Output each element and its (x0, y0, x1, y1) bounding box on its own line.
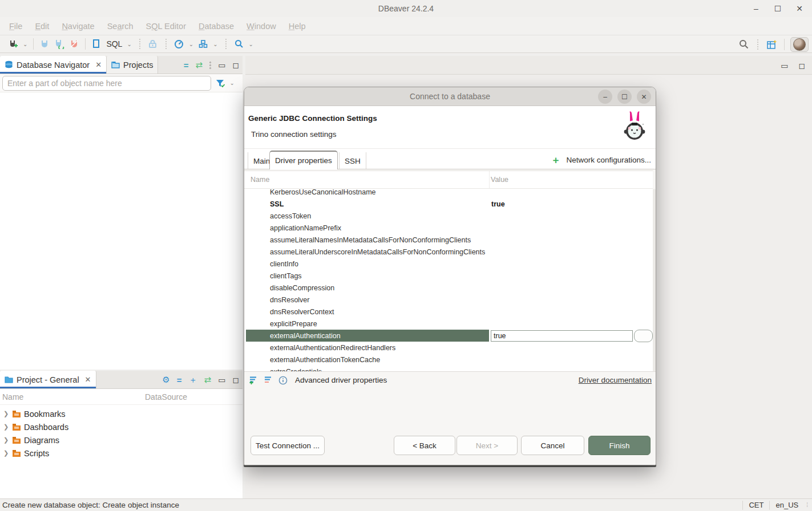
property-row[interactable]: dnsResolver (244, 294, 653, 306)
filter-chevron-icon[interactable]: ⌄ (229, 80, 236, 86)
test-connection-button[interactable]: Test Connection ... (251, 436, 325, 455)
tab-ssh[interactable]: SSH (339, 152, 366, 169)
property-row[interactable]: clientInfo (244, 258, 653, 270)
window-close-icon[interactable]: ✕ (793, 2, 806, 15)
property-name[interactable]: accessToken (246, 210, 490, 222)
property-name[interactable]: dnsResolver (246, 294, 490, 306)
dialog-maximize-icon[interactable]: ☐ (617, 90, 632, 104)
tab-driver-properties[interactable]: Driver properties (269, 151, 338, 169)
expander-chevron-icon[interactable]: ❯ (3, 436, 9, 444)
property-row[interactable]: assumeLiteralUnderscoreInMetadataCallsFo… (244, 246, 653, 258)
reconnect-icon[interactable] (53, 37, 66, 51)
cancel-button[interactable]: Cancel (521, 436, 584, 455)
property-row[interactable]: disableCompression (244, 282, 653, 294)
object-filter-input[interactable] (2, 76, 211, 91)
property-row[interactable]: assumeLiteralNamesInMetadataCallsForNonC… (244, 234, 653, 246)
property-name[interactable]: disableCompression (246, 282, 490, 294)
tab-database-navigator[interactable]: Database Navigator ✕ (0, 56, 107, 74)
finish-button[interactable]: Finish (588, 436, 651, 455)
new-connection-icon[interactable] (7, 37, 19, 51)
property-name[interactable]: externalAuthenticationTokenCache (246, 354, 490, 366)
property-row[interactable]: SSL true (244, 198, 653, 210)
add-property-icon[interactable] (249, 376, 258, 384)
property-row[interactable]: externalAuthenticationTokenCache (244, 354, 653, 366)
panel-maximize-icon[interactable]: ◻ (232, 60, 239, 70)
grid-column-name[interactable]: Name (251, 176, 269, 184)
tree-item[interactable]: ❯ Bookmarks (0, 407, 243, 420)
property-row[interactable]: extraCredentials (244, 366, 653, 371)
filter-funnel-icon[interactable] (216, 79, 225, 88)
link-with-editor-icon[interactable]: ⇄ (196, 60, 203, 70)
value-dropdown-button[interactable] (634, 330, 653, 342)
dashboard-chevron-icon[interactable]: ⌄ (188, 41, 195, 47)
grid-column-value[interactable]: Value (491, 176, 508, 184)
sql-editor-chevron-icon[interactable]: ⌄ (126, 41, 132, 47)
settings-gear-icon[interactable]: ⚙ (162, 375, 169, 385)
property-row[interactable]: dnsResolverContext (244, 306, 653, 318)
new-connection-chevron-icon[interactable]: ⌄ (22, 41, 29, 47)
dialog-minimize-icon[interactable]: – (598, 90, 612, 104)
menu-item[interactable]: Edit (29, 19, 55, 33)
search-chevron-icon[interactable]: ⌄ (248, 41, 254, 47)
menu-item[interactable]: Window (241, 19, 282, 33)
back-button[interactable]: < Back (394, 436, 455, 455)
property-row[interactable]: KerberosUseCanonicalHostname (244, 189, 653, 198)
property-name[interactable]: extraCredentials (246, 366, 490, 371)
property-row[interactable]: accessToken (244, 210, 653, 222)
tree-item[interactable]: ❯ Scripts (0, 447, 243, 460)
expand-all-icon[interactable]: ＋ (189, 375, 197, 386)
tab-close-icon[interactable]: ✕ (95, 60, 102, 69)
view-menu-icon[interactable] (209, 62, 211, 69)
property-name[interactable]: assumeLiteralUnderscoreInMetadataCallsFo… (246, 246, 490, 258)
expander-chevron-icon[interactable]: ❯ (3, 423, 9, 431)
collapse-all-icon[interactable]: = (184, 60, 189, 70)
window-minimize-icon[interactable]: – (749, 2, 763, 15)
window-maximize-icon[interactable]: ☐ (771, 2, 785, 15)
properties-scrollbar[interactable] (653, 189, 656, 371)
property-value-input[interactable] (491, 330, 633, 342)
property-row[interactable]: externalAuthenticationRedirectHandlers (244, 342, 653, 354)
property-row[interactable]: externalAuthentication true (244, 330, 653, 342)
property-name[interactable]: clientTags (246, 270, 490, 282)
expander-chevron-icon[interactable]: ❯ (3, 449, 9, 457)
property-name[interactable]: applicationNamePrefix (246, 222, 490, 234)
property-name[interactable]: KerberosUseCanonicalHostname (246, 189, 490, 198)
network-configurations-button[interactable]: ＋ Network configurations... (551, 153, 651, 167)
menu-item[interactable]: Database (193, 19, 240, 33)
property-name[interactable]: clientInfo (246, 258, 490, 270)
collapse-all-icon[interactable]: = (177, 375, 182, 385)
tab-projects[interactable]: Projects (107, 56, 158, 74)
timezone-indicator[interactable]: CET (742, 501, 769, 510)
property-name[interactable]: assumeLiteralNamesInMetadataCallsForNonC… (246, 234, 490, 246)
dialog-titlebar[interactable]: Connect to a database – ☐ ✕ (244, 87, 656, 106)
menu-item[interactable]: Navigate (56, 19, 100, 33)
property-row[interactable]: applicationNamePrefix (244, 222, 653, 234)
driver-documentation-link[interactable]: Driver documentation (579, 376, 652, 384)
property-name[interactable]: explicitPrepare (246, 318, 490, 330)
property-value[interactable]: true (491, 200, 505, 208)
editor-maximize-icon[interactable]: ◻ (798, 61, 805, 70)
menu-item[interactable]: File (3, 19, 28, 33)
panel-maximize-icon[interactable]: ◻ (232, 375, 239, 384)
sql-editor-icon[interactable] (90, 37, 103, 51)
remove-property-icon[interactable] (264, 376, 273, 384)
menu-item[interactable]: SQL Editor (140, 19, 192, 33)
tree-item[interactable]: ❯ Diagrams (0, 433, 243, 447)
property-row[interactable]: clientTags (244, 270, 653, 282)
property-name[interactable]: SSL (246, 198, 490, 210)
navigator-tree[interactable] (0, 92, 243, 370)
menu-item[interactable]: Search (102, 19, 139, 33)
property-name[interactable]: externalAuthenticationRedirectHandlers (246, 342, 490, 354)
connect-icon[interactable] (38, 37, 51, 51)
lock-icon[interactable] (147, 37, 159, 51)
property-name[interactable]: dnsResolverContext (246, 306, 490, 318)
data-transfer-icon[interactable] (197, 37, 209, 51)
editor-minimize-icon[interactable]: ▭ (781, 61, 788, 70)
property-name[interactable]: externalAuthentication (246, 330, 489, 342)
perspective-icon[interactable] (766, 38, 778, 51)
column-datasource[interactable]: DataSource (145, 392, 187, 402)
data-transfer-chevron-icon[interactable]: ⌄ (212, 41, 219, 47)
locale-indicator[interactable]: en_US (769, 501, 804, 510)
panel-minimize-icon[interactable]: ▭ (218, 60, 225, 70)
tab-project-general[interactable]: Project - General ✕ (0, 371, 96, 388)
